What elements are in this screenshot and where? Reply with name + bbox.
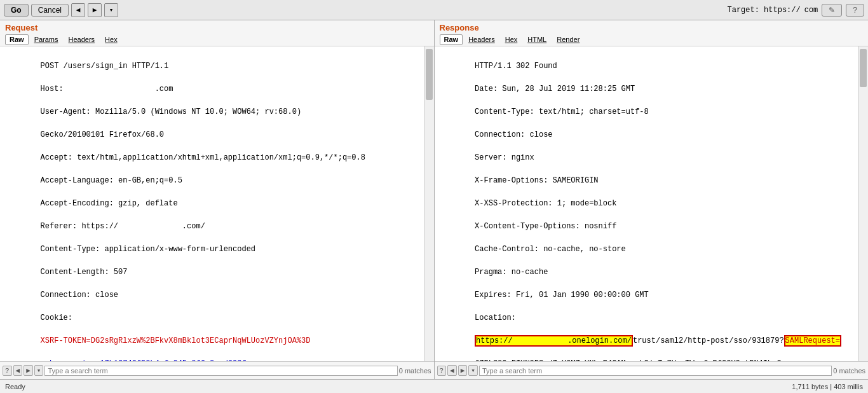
go-button[interactable]: Go bbox=[4, 4, 29, 17]
tab-response-headers[interactable]: Headers bbox=[464, 34, 499, 45]
toolbar: Go Cancel ◀ ▶ ▾ Target: https:// com ✎ ? bbox=[0, 0, 868, 20]
response-match-count: 0 matches bbox=[833, 367, 865, 375]
response-panel: Response Raw Headers Hex HTML Render HTT… bbox=[435, 20, 869, 379]
tab-request-hex[interactable]: Hex bbox=[100, 34, 122, 45]
request-scrollbar[interactable] bbox=[424, 46, 434, 361]
response-search-help-icon[interactable]: ? bbox=[437, 366, 447, 376]
request-panel-header: Request Raw Params Headers Hex bbox=[0, 20, 434, 46]
search-next-icon[interactable]: ▶ bbox=[24, 365, 33, 376]
request-match-count: 0 matches bbox=[399, 367, 431, 375]
tab-response-render[interactable]: Render bbox=[552, 34, 584, 45]
nav-back-button[interactable]: ◀ bbox=[71, 3, 85, 17]
request-panel-title: Request bbox=[5, 23, 429, 32]
request-panel: Request Raw Params Headers Hex POST /use… bbox=[0, 20, 435, 379]
status-ready: Ready bbox=[5, 383, 25, 390]
search-options-icon[interactable]: ▾ bbox=[34, 365, 44, 376]
status-bytes: 1,711 bytes | 403 millis bbox=[792, 383, 863, 390]
saml-request-highlight: SAMLRequest= bbox=[784, 335, 841, 347]
cancel-button[interactable]: Cancel bbox=[31, 4, 69, 17]
response-search-options-icon[interactable]: ▾ bbox=[468, 365, 478, 376]
nav-fwd-button[interactable]: ▶ bbox=[88, 3, 102, 17]
tab-request-headers[interactable]: Headers bbox=[64, 34, 100, 45]
target-tld: com bbox=[804, 6, 818, 15]
response-search-next-icon[interactable]: ▶ bbox=[458, 365, 468, 376]
response-scrollbar[interactable] bbox=[858, 46, 868, 361]
response-body: HTTP/1.1 302 Found Date: Sun, 28 Jul 201… bbox=[435, 46, 858, 361]
response-search-prev-icon[interactable]: ◀ bbox=[447, 365, 457, 376]
request-body: POST /users/sign_in HTTP/1.1 Host: .com … bbox=[0, 46, 424, 361]
search-prev-icon[interactable]: ◀ bbox=[13, 365, 23, 376]
tab-response-raw[interactable]: Raw bbox=[440, 34, 463, 45]
target-label: Target: https:// bbox=[727, 6, 800, 15]
main-content: Request Raw Params Headers Hex POST /use… bbox=[0, 20, 868, 379]
help-button[interactable]: ? bbox=[846, 4, 864, 17]
tab-request-raw[interactable]: Raw bbox=[5, 34, 29, 45]
tab-response-html[interactable]: HTML bbox=[523, 34, 551, 45]
target-area: Target: https:// com ✎ ? bbox=[727, 4, 864, 17]
edit-target-button[interactable]: ✎ bbox=[822, 4, 842, 17]
location-url-highlight: https:// .onelogin.com/ bbox=[475, 335, 633, 347]
request-tab-bar: Raw Params Headers Hex bbox=[5, 34, 429, 45]
response-tab-bar: Raw Headers Hex HTML Render bbox=[440, 34, 864, 45]
request-search-bar: ? ◀ ▶ ▾ 0 matches bbox=[0, 361, 434, 379]
search-help-icon[interactable]: ? bbox=[3, 366, 12, 376]
status-bar: Ready 1,711 bytes | 403 millis bbox=[0, 379, 868, 393]
response-search-bar: ? ◀ ▶ ▾ 0 matches bbox=[435, 361, 869, 379]
response-panel-header: Response Raw Headers Hex HTML Render bbox=[435, 20, 869, 46]
tab-response-hex[interactable]: Hex bbox=[501, 34, 522, 45]
nav-dropdown-button[interactable]: ▾ bbox=[104, 3, 118, 17]
request-search-input[interactable] bbox=[44, 366, 397, 376]
tab-request-params[interactable]: Params bbox=[30, 34, 63, 45]
response-search-input[interactable] bbox=[479, 366, 832, 376]
response-panel-title: Response bbox=[440, 23, 864, 32]
